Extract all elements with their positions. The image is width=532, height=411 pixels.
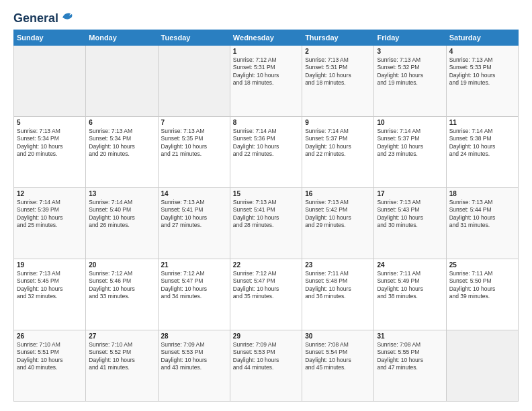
- calendar-header-row: SundayMondayTuesdayWednesdayThursdayFrid…: [14, 30, 519, 46]
- calendar-cell: 18Sunrise: 7:13 AM Sunset: 5:44 PM Dayli…: [446, 188, 518, 259]
- weekday-header-tuesday: Tuesday: [158, 30, 230, 46]
- calendar-cell: 25Sunrise: 7:11 AM Sunset: 5:50 PM Dayli…: [446, 259, 518, 330]
- cell-details: Sunrise: 7:13 AM Sunset: 5:42 PM Dayligh…: [305, 199, 371, 230]
- calendar-cell: [158, 46, 230, 117]
- cell-details: Sunrise: 7:13 AM Sunset: 5:33 PM Dayligh…: [449, 56, 515, 87]
- calendar-cell: 27Sunrise: 7:10 AM Sunset: 5:52 PM Dayli…: [86, 330, 158, 402]
- cell-details: Sunrise: 7:13 AM Sunset: 5:34 PM Dayligh…: [17, 128, 83, 158]
- cell-details: Sunrise: 7:14 AM Sunset: 5:37 PM Dayligh…: [377, 128, 443, 158]
- day-number: 14: [161, 190, 227, 197]
- day-number: 27: [89, 332, 154, 340]
- cell-details: Sunrise: 7:13 AM Sunset: 5:35 PM Dayligh…: [161, 128, 227, 158]
- calendar-cell: 3Sunrise: 7:13 AM Sunset: 5:32 PM Daylig…: [374, 46, 446, 117]
- cell-details: Sunrise: 7:09 AM Sunset: 5:53 PM Dayligh…: [161, 341, 227, 372]
- cell-details: Sunrise: 7:11 AM Sunset: 5:49 PM Dayligh…: [377, 270, 443, 301]
- weekday-header-friday: Friday: [374, 30, 446, 46]
- cell-details: Sunrise: 7:14 AM Sunset: 5:40 PM Dayligh…: [89, 199, 154, 230]
- logo-bird-icon: [60, 11, 75, 23]
- cell-details: Sunrise: 7:12 AM Sunset: 5:46 PM Dayligh…: [89, 270, 154, 301]
- calendar-cell: 22Sunrise: 7:12 AM Sunset: 5:47 PM Dayli…: [230, 259, 302, 330]
- cell-details: Sunrise: 7:10 AM Sunset: 5:52 PM Dayligh…: [89, 341, 154, 372]
- calendar-cell: 20Sunrise: 7:12 AM Sunset: 5:46 PM Dayli…: [86, 259, 158, 330]
- day-number: 9: [305, 119, 371, 126]
- cell-details: Sunrise: 7:14 AM Sunset: 5:38 PM Dayligh…: [449, 128, 515, 158]
- day-number: 24: [377, 261, 443, 269]
- calendar-cell: 2Sunrise: 7:13 AM Sunset: 5:31 PM Daylig…: [302, 46, 374, 117]
- cell-details: Sunrise: 7:13 AM Sunset: 5:44 PM Dayligh…: [449, 199, 515, 230]
- calendar-cell: 19Sunrise: 7:13 AM Sunset: 5:45 PM Dayli…: [14, 259, 86, 330]
- cell-details: Sunrise: 7:11 AM Sunset: 5:48 PM Dayligh…: [305, 270, 371, 301]
- weekday-header-thursday: Thursday: [302, 30, 374, 46]
- calendar-cell: 15Sunrise: 7:13 AM Sunset: 5:41 PM Dayli…: [230, 188, 302, 259]
- day-number: 20: [89, 261, 154, 269]
- calendar-cell: 11Sunrise: 7:14 AM Sunset: 5:38 PM Dayli…: [446, 117, 518, 188]
- calendar-cell: 4Sunrise: 7:13 AM Sunset: 5:33 PM Daylig…: [446, 46, 518, 117]
- day-number: 28: [161, 332, 227, 340]
- logo-general: General: [13, 12, 58, 24]
- calendar-cell: 12Sunrise: 7:14 AM Sunset: 5:39 PM Dayli…: [14, 188, 86, 259]
- day-number: 23: [305, 261, 371, 269]
- weekday-header-wednesday: Wednesday: [230, 30, 302, 46]
- calendar-cell: 21Sunrise: 7:12 AM Sunset: 5:47 PM Dayli…: [158, 259, 230, 330]
- calendar-cell: 30Sunrise: 7:08 AM Sunset: 5:54 PM Dayli…: [302, 330, 374, 402]
- calendar-cell: 17Sunrise: 7:13 AM Sunset: 5:43 PM Dayli…: [374, 188, 446, 259]
- day-number: 29: [233, 332, 299, 340]
- calendar-cell: 28Sunrise: 7:09 AM Sunset: 5:53 PM Dayli…: [158, 330, 230, 402]
- cell-details: Sunrise: 7:12 AM Sunset: 5:47 PM Dayligh…: [161, 270, 227, 301]
- calendar-cell: 14Sunrise: 7:13 AM Sunset: 5:41 PM Dayli…: [158, 188, 230, 259]
- calendar-cell: 9Sunrise: 7:14 AM Sunset: 5:37 PM Daylig…: [302, 117, 374, 188]
- calendar-cell: 16Sunrise: 7:13 AM Sunset: 5:42 PM Dayli…: [302, 188, 374, 259]
- calendar-cell: 24Sunrise: 7:11 AM Sunset: 5:49 PM Dayli…: [374, 259, 446, 330]
- cell-details: Sunrise: 7:14 AM Sunset: 5:37 PM Dayligh…: [305, 128, 371, 158]
- calendar-cell: 13Sunrise: 7:14 AM Sunset: 5:40 PM Dayli…: [86, 188, 158, 259]
- day-number: 16: [305, 190, 371, 197]
- day-number: 22: [233, 261, 299, 269]
- day-number: 11: [449, 119, 515, 126]
- header: General: [13, 12, 519, 23]
- calendar-cell: 10Sunrise: 7:14 AM Sunset: 5:37 PM Dayli…: [374, 117, 446, 188]
- calendar-cell: 1Sunrise: 7:12 AM Sunset: 5:31 PM Daylig…: [230, 46, 302, 117]
- calendar-week-4: 19Sunrise: 7:13 AM Sunset: 5:45 PM Dayli…: [14, 259, 519, 330]
- calendar-cell: 31Sunrise: 7:08 AM Sunset: 5:55 PM Dayli…: [374, 330, 446, 402]
- day-number: 12: [17, 190, 83, 197]
- cell-details: Sunrise: 7:12 AM Sunset: 5:31 PM Dayligh…: [233, 56, 299, 87]
- calendar-week-3: 12Sunrise: 7:14 AM Sunset: 5:39 PM Dayli…: [14, 188, 519, 259]
- calendar-cell: 29Sunrise: 7:09 AM Sunset: 5:53 PM Dayli…: [230, 330, 302, 402]
- weekday-header-saturday: Saturday: [446, 30, 518, 46]
- cell-details: Sunrise: 7:12 AM Sunset: 5:47 PM Dayligh…: [233, 270, 299, 301]
- cell-details: Sunrise: 7:13 AM Sunset: 5:45 PM Dayligh…: [17, 270, 83, 301]
- day-number: 17: [377, 190, 443, 197]
- calendar-table: SundayMondayTuesdayWednesdayThursdayFrid…: [13, 30, 519, 402]
- day-number: 18: [449, 190, 515, 197]
- calendar-cell: 8Sunrise: 7:14 AM Sunset: 5:36 PM Daylig…: [230, 117, 302, 188]
- cell-details: Sunrise: 7:13 AM Sunset: 5:32 PM Dayligh…: [377, 56, 443, 87]
- day-number: 6: [89, 119, 154, 126]
- day-number: 26: [17, 332, 83, 340]
- cell-details: Sunrise: 7:13 AM Sunset: 5:43 PM Dayligh…: [377, 199, 443, 230]
- day-number: 15: [233, 190, 299, 197]
- cell-details: Sunrise: 7:08 AM Sunset: 5:54 PM Dayligh…: [305, 341, 371, 372]
- calendar-week-5: 26Sunrise: 7:10 AM Sunset: 5:51 PM Dayli…: [14, 330, 519, 402]
- day-number: 25: [449, 261, 515, 269]
- day-number: 19: [17, 261, 83, 269]
- day-number: 1: [233, 48, 299, 55]
- cell-details: Sunrise: 7:13 AM Sunset: 5:31 PM Dayligh…: [305, 56, 371, 87]
- cell-details: Sunrise: 7:13 AM Sunset: 5:34 PM Dayligh…: [89, 128, 154, 158]
- day-number: 10: [377, 119, 443, 126]
- cell-details: Sunrise: 7:11 AM Sunset: 5:50 PM Dayligh…: [449, 270, 515, 301]
- page: General SundayMondayTuesdayWednesdayThur…: [0, 0, 532, 411]
- calendar-cell: 7Sunrise: 7:13 AM Sunset: 5:35 PM Daylig…: [158, 117, 230, 188]
- calendar-cell: 23Sunrise: 7:11 AM Sunset: 5:48 PM Dayli…: [302, 259, 374, 330]
- calendar-cell: [86, 46, 158, 117]
- day-number: 31: [377, 332, 443, 340]
- calendar-cell: [14, 46, 86, 117]
- day-number: 4: [449, 48, 515, 55]
- cell-details: Sunrise: 7:10 AM Sunset: 5:51 PM Dayligh…: [17, 341, 83, 372]
- cell-details: Sunrise: 7:13 AM Sunset: 5:41 PM Dayligh…: [161, 199, 227, 230]
- calendar-cell: 6Sunrise: 7:13 AM Sunset: 5:34 PM Daylig…: [86, 117, 158, 188]
- calendar-week-2: 5Sunrise: 7:13 AM Sunset: 5:34 PM Daylig…: [14, 117, 519, 188]
- day-number: 13: [89, 190, 154, 197]
- day-number: 21: [161, 261, 227, 269]
- weekday-header-sunday: Sunday: [14, 30, 86, 46]
- cell-details: Sunrise: 7:14 AM Sunset: 5:36 PM Dayligh…: [233, 128, 299, 158]
